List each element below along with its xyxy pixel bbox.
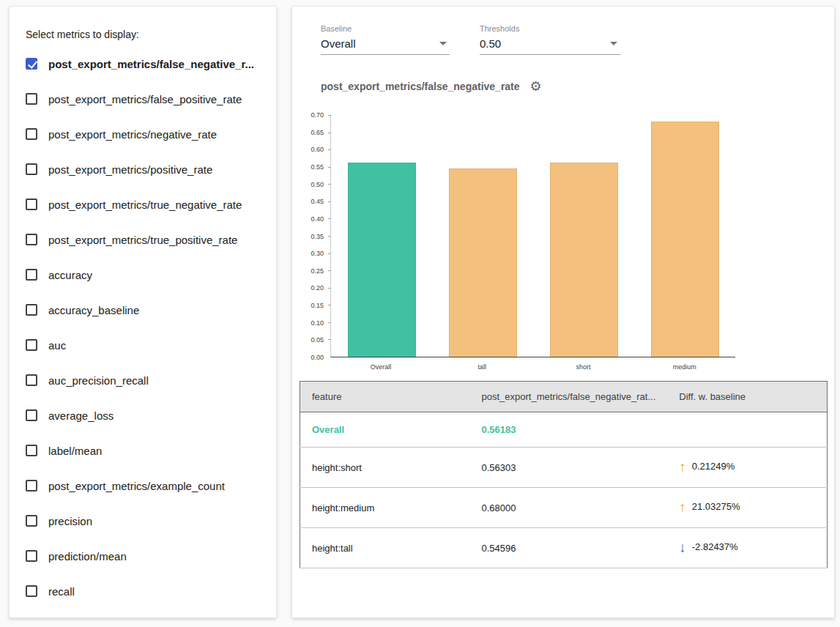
metric-label: precision: [48, 515, 92, 527]
metric-label: post_export_metrics/false_negative_r...: [48, 58, 254, 70]
y-tick-mark: [328, 253, 331, 254]
settings-gear-icon[interactable]: ⚙: [530, 80, 542, 93]
header-feature: feature: [300, 382, 470, 412]
metric-label: auc_precision_recall: [48, 374, 149, 387]
feature-cell: height:short: [300, 448, 470, 488]
checkbox-unchecked-icon[interactable]: [26, 93, 37, 105]
table-row[interactable]: height:tall0.54596↓-2.82437%: [300, 528, 828, 568]
metrics-table: feature post_export_metrics/false_negati…: [300, 381, 828, 568]
metric-label: post_export_metrics/negative_rate: [48, 128, 217, 141]
checkbox-unchecked-icon[interactable]: [26, 199, 37, 210]
bar-slot: [634, 115, 735, 357]
y-tick-mark: [328, 218, 331, 219]
y-tick-mark: [328, 305, 331, 305]
y-tick-mark: [328, 288, 331, 289]
thresholds-select[interactable]: Thresholds 0.50: [480, 24, 620, 55]
value-cell: 0.56303: [470, 448, 668, 488]
y-tick-label: 0.60: [311, 146, 324, 153]
checkbox-unchecked-icon[interactable]: [26, 409, 37, 421]
arrow-up-icon: ↑: [679, 459, 686, 475]
checkbox-unchecked-icon[interactable]: [26, 515, 37, 527]
metric-item[interactable]: post_export_metrics/positive_rate: [26, 152, 260, 187]
y-tick-label: 0.40: [311, 215, 324, 222]
metric-selection-panel: Select metrics to display: post_export_m…: [9, 6, 277, 618]
y-tick-label: 0.45: [311, 199, 324, 205]
arrow-down-icon: ↓: [679, 540, 686, 555]
diff-cell: [667, 412, 827, 448]
metrics-list: post_export_metrics/false_negative_r...p…: [26, 46, 260, 609]
diff-value: 0.21249%: [692, 461, 735, 472]
thresholds-select-value: 0.50: [480, 37, 501, 50]
y-tick-mark: [328, 133, 331, 133]
metric-label: average_loss: [48, 409, 114, 422]
y-tick-label: 0.15: [311, 303, 324, 309]
checkbox-unchecked-icon[interactable]: [26, 585, 37, 597]
metric-label: post_export_metrics/true_negative_rate: [48, 199, 242, 211]
checkbox-unchecked-icon[interactable]: [26, 339, 37, 351]
x-tick-label: tall: [431, 363, 532, 371]
y-tick-label: 0.10: [311, 319, 324, 326]
y-tick-label: 0.35: [311, 233, 324, 240]
bar-short[interactable]: [550, 163, 618, 357]
table-row[interactable]: height:short0.56303↑0.21249%: [300, 448, 828, 488]
bar-slot: [331, 115, 432, 357]
x-tick-label: medium: [634, 363, 735, 371]
table-row[interactable]: Overall0.56183: [300, 412, 828, 448]
metric-item[interactable]: auc_precision_recall: [26, 363, 260, 398]
metric-item[interactable]: accuracy: [26, 257, 260, 292]
chevron-down-icon[interactable]: [610, 42, 617, 45]
checkbox-unchecked-icon[interactable]: [26, 445, 37, 456]
y-tick-label: 0.00: [311, 355, 324, 361]
bar-Overall[interactable]: [348, 163, 416, 357]
metric-label: post_export_metrics/true_positive_rate: [48, 234, 237, 246]
y-tick-mark: [328, 184, 331, 185]
baseline-select[interactable]: Baseline Overall: [321, 24, 450, 55]
feature-cell: height:tall: [300, 528, 470, 568]
value-cell: 0.54596: [470, 528, 668, 568]
thresholds-select-label: Thresholds: [480, 24, 620, 33]
checkbox-unchecked-icon[interactable]: [26, 128, 37, 140]
metric-item[interactable]: post_export_metrics/true_negative_rate: [26, 187, 260, 222]
bar-medium[interactable]: [651, 122, 719, 357]
chart-title: post_export_metrics/false_negative_rate: [321, 81, 520, 92]
checkbox-unchecked-icon[interactable]: [26, 234, 37, 245]
bar-tall[interactable]: [449, 168, 517, 357]
metric-item[interactable]: recall: [26, 574, 260, 609]
metric-item[interactable]: precision: [26, 503, 260, 538]
metric-item[interactable]: label/mean: [26, 433, 260, 468]
feature-cell: Overall: [300, 412, 470, 448]
header-diff: Diff. w. baseline: [667, 382, 827, 412]
metric-item[interactable]: post_export_metrics/false_positive_rate: [26, 81, 260, 116]
metric-item[interactable]: auc: [26, 327, 260, 363]
y-tick-mark: [328, 149, 331, 150]
checkbox-unchecked-icon[interactable]: [26, 269, 37, 281]
checkbox-checked-icon[interactable]: [26, 58, 37, 70]
bar-slot: [533, 115, 634, 357]
metric-label: post_export_metrics/false_positive_rate: [48, 93, 242, 105]
chevron-down-icon[interactable]: [439, 42, 447, 45]
table-row[interactable]: height:medium0.68000↑21.03275%: [300, 488, 828, 528]
baseline-select-value: Overall: [321, 37, 356, 50]
metric-item[interactable]: prediction/mean: [26, 538, 260, 574]
y-tick-mark: [328, 270, 331, 271]
checkbox-unchecked-icon[interactable]: [26, 550, 37, 562]
metric-item[interactable]: post_export_metrics/true_positive_rate: [26, 222, 260, 257]
checkbox-unchecked-icon[interactable]: [26, 304, 37, 316]
table-header-row: feature post_export_metrics/false_negati…: [300, 382, 828, 412]
results-panel: Baseline Overall Thresholds 0.50 post_ex…: [291, 6, 835, 618]
y-tick-label: 0.55: [311, 163, 324, 170]
metric-label: accuracy_baseline: [48, 304, 139, 316]
checkbox-unchecked-icon[interactable]: [26, 163, 37, 175]
metric-item[interactable]: post_export_metrics/negative_rate: [26, 116, 260, 152]
metric-item[interactable]: accuracy_baseline: [26, 292, 260, 327]
metric-label: auc: [48, 339, 66, 352]
metric-item[interactable]: post_export_metrics/example_count: [26, 468, 260, 503]
arrow-up-icon: ↑: [679, 500, 686, 515]
metric-item[interactable]: post_export_metrics/false_negative_r...: [26, 46, 260, 81]
checkbox-unchecked-icon[interactable]: [26, 480, 37, 491]
checkbox-unchecked-icon[interactable]: [26, 374, 37, 386]
y-tick-mark: [328, 167, 331, 168]
metric-item[interactable]: average_loss: [26, 398, 260, 433]
metrics-table-body: Overall0.56183height:short0.56303↑0.2124…: [300, 412, 828, 568]
y-tick-label: 0.20: [311, 285, 324, 292]
